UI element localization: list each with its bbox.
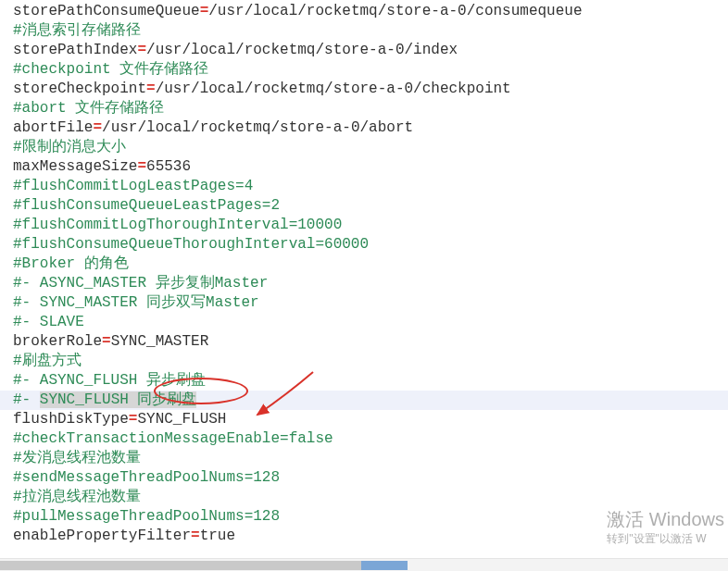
code-line[interactable]: #消息索引存储路径	[13, 21, 715, 41]
equals-sign: =	[129, 411, 138, 428]
property-value: /usr/local/rocketmq/store-a-0/index	[146, 42, 458, 58]
property-value: 65536	[146, 158, 191, 175]
code-line[interactable]: #flushConsumeQueueThoroughInterval=60000	[13, 235, 715, 254]
code-line[interactable]: #拉消息线程池数量	[13, 488, 715, 507]
equals-sign: =	[93, 119, 102, 136]
comment-text: #刷盘方式	[13, 353, 82, 369]
windows-activation-watermark: 激活 Windows 转到"设置"以激活 W	[607, 510, 724, 549]
comment-text: #- SYNC_MASTER 同步双写Master	[13, 294, 259, 311]
property-key: maxMessageSize	[13, 158, 137, 175]
property-key: storeCheckpoint	[13, 81, 146, 97]
property-key: enablePropertyFilter	[13, 528, 191, 544]
property-key: flushDiskType	[13, 411, 129, 428]
property-key: storePathIndex	[13, 42, 137, 58]
horizontal-scrollbar[interactable]	[0, 558, 728, 571]
code-line[interactable]: storePathIndex=/usr/local/rocketmq/store…	[13, 41, 715, 60]
property-key: abortFile	[13, 119, 93, 136]
property-value: SYNC_MASTER	[111, 333, 209, 350]
comment-text: #pullMessageThreadPoolNums=128	[13, 508, 280, 525]
code-line[interactable]: abortFile=/usr/local/rocketmq/store-a-0/…	[13, 118, 715, 138]
code-line[interactable]: #限制的消息大小	[13, 138, 715, 157]
code-line[interactable]: #- SYNC_MASTER 同步双写Master	[13, 293, 715, 313]
comment-text: #Broker 的角色	[13, 255, 129, 272]
comment-text: #拉消息线程池数量	[13, 489, 141, 505]
code-line[interactable]: #- SYNC_FLUSH 同步刷盘	[0, 391, 728, 410]
property-value: /usr/local/rocketmq/store-a-0/checkpoint	[156, 81, 511, 97]
code-line[interactable]: #flushCommitLogThoroughInterval=10000	[13, 216, 715, 235]
code-line[interactable]: #Broker 的角色	[13, 254, 715, 274]
comment-text: #- ASYNC_MASTER 异步复制Master	[13, 275, 268, 292]
comment-text: #- SLAVE	[13, 314, 84, 330]
comment-text: #发消息线程池数量	[13, 450, 141, 466]
code-line[interactable]: #发消息线程池数量	[13, 449, 715, 468]
code-line[interactable]: #刷盘方式	[13, 352, 715, 371]
code-editor[interactable]: storePathConsumeQueue=/usr/local/rocketm…	[0, 0, 728, 548]
comment-text: #checkpoint 文件存储路径	[13, 61, 208, 78]
equals-sign: =	[137, 158, 146, 175]
comment-text: #abort 文件存储路径	[13, 100, 164, 117]
watermark-subtitle: 转到"设置"以激活 W	[607, 529, 724, 549]
comment-text: #- ASYNC_FLUSH 异步刷盘	[13, 372, 206, 389]
comment-text: #checkTransactionMessageEnable=false	[13, 430, 333, 447]
comment-prefix: #-	[13, 391, 40, 408]
code-line[interactable]: #sendMessageThreadPoolNums=128	[13, 468, 715, 488]
property-value: SYNC_FLUSH	[137, 411, 226, 428]
code-line[interactable]: flushDiskType=SYNC_FLUSH	[13, 410, 715, 429]
code-line[interactable]: #checkTransactionMessageEnable=false	[13, 429, 715, 449]
selected-text: SYNC_FLUSH 同步刷盘	[40, 391, 197, 408]
comment-text: #消息索引存储路径	[13, 22, 141, 39]
property-value: true	[200, 528, 235, 544]
equals-sign: =	[137, 42, 146, 58]
scrollbar-thumb[interactable]	[0, 561, 408, 570]
comment-text: #flushConsumeQueueLeastPages=2	[13, 197, 280, 214]
code-line[interactable]: brokerRole=SYNC_MASTER	[13, 332, 715, 352]
comment-text: #flushCommitLogThoroughInterval=10000	[13, 217, 342, 233]
code-line[interactable]: storeCheckpoint=/usr/local/rocketmq/stor…	[13, 80, 715, 99]
code-line[interactable]: #abort 文件存储路径	[13, 99, 715, 118]
code-line[interactable]: #- ASYNC_MASTER 异步复制Master	[13, 274, 715, 293]
property-value: /usr/local/rocketmq/store-a-0/consumeque…	[208, 3, 582, 19]
equals-sign: =	[200, 3, 209, 19]
code-line[interactable]: maxMessageSize=65536	[13, 157, 715, 177]
code-line[interactable]: #checkpoint 文件存储路径	[13, 60, 715, 80]
watermark-title: 激活 Windows	[607, 510, 724, 529]
equals-sign: =	[191, 528, 200, 544]
property-key: brokerRole	[13, 333, 102, 350]
code-line[interactable]: #flushConsumeQueueLeastPages=2	[13, 196, 715, 216]
code-line[interactable]: #flushCommitLogLeastPages=4	[13, 177, 715, 196]
code-line[interactable]: #- SLAVE	[13, 313, 715, 332]
property-key: storePathConsumeQueue	[13, 3, 200, 19]
equals-sign: =	[102, 333, 111, 350]
comment-text: #flushCommitLogLeastPages=4	[13, 178, 253, 194]
comment-text: #flushConsumeQueueThoroughInterval=60000	[13, 236, 369, 253]
property-value: /usr/local/rocketmq/store-a-0/abort	[102, 119, 413, 136]
code-line[interactable]: storePathConsumeQueue=/usr/local/rocketm…	[13, 2, 715, 21]
equals-sign: =	[146, 81, 156, 97]
comment-text: #限制的消息大小	[13, 139, 126, 155]
comment-text: #sendMessageThreadPoolNums=128	[13, 469, 280, 486]
code-line[interactable]: #- ASYNC_FLUSH 异步刷盘	[13, 371, 715, 391]
